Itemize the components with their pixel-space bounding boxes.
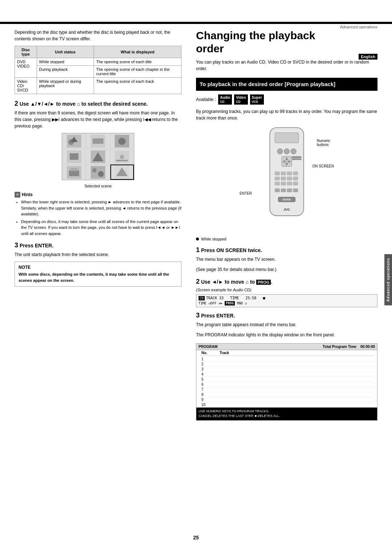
- step2-body: If there are more than 9 scenes, the dig…: [15, 110, 181, 129]
- row-track: [220, 398, 372, 402]
- svg-rect-36: [293, 171, 298, 175]
- table-row: 1: [200, 357, 373, 362]
- svg-rect-45: [275, 189, 279, 192]
- table-row: 4: [200, 372, 373, 377]
- svg-text:ON SCREEN: ON SCREEN: [291, 158, 302, 159]
- svg-point-6: [118, 138, 126, 145]
- svg-rect-43: [287, 182, 292, 185]
- row-no: 2: [201, 362, 212, 366]
- table-row: During playback The opening scene of eac…: [15, 66, 181, 78]
- row-no: 3: [201, 367, 212, 371]
- intro-right: You can play tracks on an Audio CD, Vide…: [196, 59, 377, 72]
- step2-text-right: Use ◄/► to move ⌂ to PROG.: [201, 279, 272, 285]
- digest-cell: [62, 165, 86, 180]
- screen-top-row: CD TRACK 33 TIME 25:58 ■: [199, 296, 375, 300]
- svg-point-12: [120, 155, 124, 159]
- svg-rect-42: [281, 182, 286, 185]
- track-info: TRACK 33 TIME 25:58 ■: [206, 296, 265, 300]
- row-track: [220, 382, 372, 386]
- svg-rect-37: [275, 177, 279, 180]
- advanced-line2: operations: [386, 258, 390, 280]
- hints-list: When the lower right scene is selected, …: [15, 199, 181, 236]
- program-table-wrapper: PROGRAM Total Program Time 00:00:00 No. …: [196, 343, 377, 421]
- row-no: 7: [201, 388, 212, 392]
- svg-rect-40: [293, 177, 298, 180]
- program-table-footer: USE NUMERIC KEYS TO PROGRAM TRACKS. CANC…: [196, 408, 377, 420]
- display-opening-chapter: The opening scene of each chapter in the…: [94, 66, 181, 78]
- svg-point-26: [291, 149, 296, 154]
- unit-status-stopped: While stopped: [37, 58, 94, 66]
- svg-text:JVC: JVC: [283, 208, 290, 211]
- disc-type-vcd: Video CD/SVCD: [15, 78, 37, 94]
- col-track: Track: [220, 351, 372, 355]
- available-label: Available :: [196, 97, 216, 102]
- table-header-status: Unit status: [37, 46, 94, 58]
- advanced-line1: Advanced: [386, 281, 390, 302]
- svg-point-32: [285, 160, 288, 163]
- svg-rect-23: [275, 133, 298, 143]
- on-screen-label: ON SCREEN: [313, 164, 334, 168]
- step2-heading: 2 Use ▲/▼/◄/► to move ⌂ to select the de…: [15, 100, 181, 108]
- step3-text-right: Press ENTER.: [201, 313, 235, 319]
- table-row: 8: [200, 392, 373, 397]
- footer-line1: USE NUMERIC KEYS TO PROGRAM TRACKS.: [199, 409, 375, 414]
- while-stopped-text: While stopped: [201, 237, 226, 241]
- digest-cell-selected: [110, 165, 134, 180]
- enter-label: ENTER: [240, 191, 252, 195]
- unit-status-playback: During playback: [37, 66, 94, 78]
- svg-rect-39: [287, 177, 292, 180]
- rnd-btn: RND: [237, 301, 243, 305]
- row-no: 10: [201, 403, 212, 407]
- svg-point-25: [284, 149, 290, 154]
- note-text: With some discs, depending on the conten…: [19, 271, 177, 283]
- svg-rect-38: [281, 177, 286, 180]
- row-no: 4: [201, 372, 212, 376]
- col-no: No.: [201, 351, 212, 355]
- row-track: [220, 393, 372, 397]
- left-column: Depending on the disc type and whether t…: [15, 29, 181, 287]
- total-value: 00:00:00: [360, 345, 375, 349]
- page-number: 25: [193, 535, 199, 540]
- step1-desc1: The menu bar appears on the TV screen.: [196, 256, 377, 263]
- display-opening-title: The opening scene of each title: [94, 58, 181, 66]
- badge-video: VideoCD: [234, 94, 248, 105]
- main-title-line1: Changing the playback: [196, 29, 315, 41]
- svg-rect-34: [281, 171, 286, 175]
- note-box: NOTE With some discs, depending on the c…: [15, 262, 181, 287]
- step3-number: 3: [15, 242, 18, 249]
- hints-icon: ☞: [15, 192, 20, 198]
- row-track: [220, 357, 372, 361]
- selected-scene-label: Selected scene: [15, 184, 181, 188]
- numeric-label-text: Numericbuttons: [317, 139, 330, 147]
- table-header-display: What is displayed: [94, 46, 181, 58]
- step2-number-right: 2: [196, 278, 200, 285]
- digest-cell: [110, 133, 134, 149]
- table-header-disc: Disc type: [15, 46, 37, 58]
- row-track: [220, 388, 372, 392]
- row-no: 5: [201, 377, 212, 381]
- digest-cell: [62, 133, 86, 149]
- svg-rect-33: [275, 171, 279, 175]
- svg-rect-16: [70, 168, 78, 171]
- row-no: 1: [201, 357, 212, 361]
- program-table-inner: No. Track 1 2 3 4 5 6 7 8 9 10: [196, 350, 377, 408]
- hints-title: ☞ Hints: [15, 192, 181, 198]
- digest-cell: [86, 165, 110, 180]
- subsection-heading: To playback in the desired order [Progra…: [196, 78, 377, 91]
- unit-status-vcd: While stopped or during playback: [37, 78, 94, 94]
- svg-rect-44: [293, 182, 298, 185]
- svg-text:ENTER: ENTER: [283, 198, 291, 201]
- table-row: 6: [200, 382, 373, 387]
- digest-cell: [86, 149, 110, 164]
- hints-box: ☞ Hints When the lower right scene is se…: [15, 192, 181, 236]
- main-title: Changing the playback order: [196, 29, 377, 55]
- disc-type-dvd: DVDVIDEO: [15, 58, 37, 78]
- screen-bottom-row: TIME ↺OFF ⊙► PROG RND ⌂: [199, 301, 375, 305]
- right-column: Changing the playback order You can play…: [196, 29, 377, 421]
- step3-heading: 3 Press ENTER.: [15, 242, 181, 249]
- row-no: 6: [201, 382, 212, 386]
- step3-desc1: The program table appears instead of the…: [196, 321, 377, 328]
- intro-text: Depending on the disc type and whether t…: [15, 29, 181, 42]
- digest-cell: [62, 149, 86, 164]
- table-row: Video CD/SVCD While stopped or during pl…: [15, 78, 181, 94]
